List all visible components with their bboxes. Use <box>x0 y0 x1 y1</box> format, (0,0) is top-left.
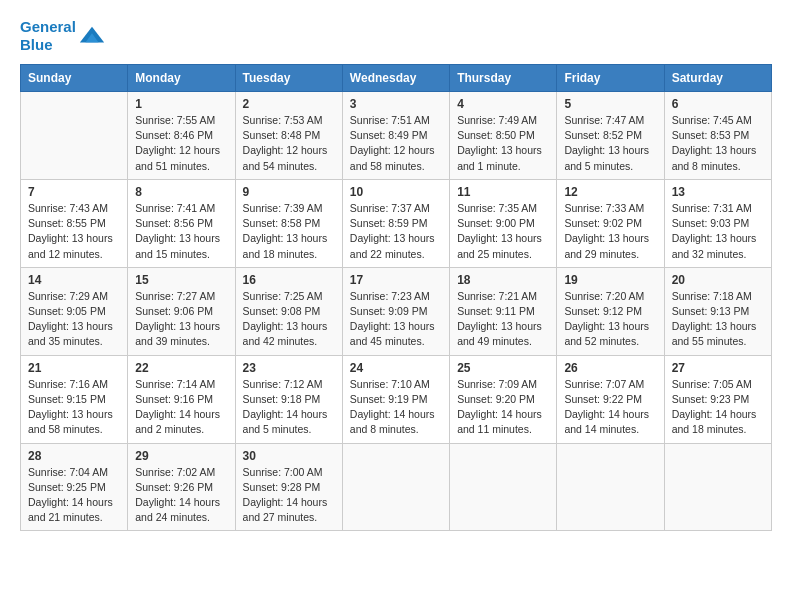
day-cell: 6Sunrise: 7:45 AMSunset: 8:53 PMDaylight… <box>664 92 771 180</box>
day-number: 21 <box>28 361 120 375</box>
day-number: 8 <box>135 185 227 199</box>
week-row-3: 14Sunrise: 7:29 AMSunset: 9:05 PMDayligh… <box>21 267 772 355</box>
day-number: 1 <box>135 97 227 111</box>
logo: General Blue <box>20 18 106 54</box>
day-number: 30 <box>243 449 335 463</box>
day-number: 18 <box>457 273 549 287</box>
day-number: 5 <box>564 97 656 111</box>
day-info: Sunrise: 7:12 AMSunset: 9:18 PMDaylight:… <box>243 377 335 438</box>
day-cell <box>21 92 128 180</box>
day-info: Sunrise: 7:18 AMSunset: 9:13 PMDaylight:… <box>672 289 764 350</box>
day-cell: 20Sunrise: 7:18 AMSunset: 9:13 PMDayligh… <box>664 267 771 355</box>
col-header-sunday: Sunday <box>21 65 128 92</box>
week-row-2: 7Sunrise: 7:43 AMSunset: 8:55 PMDaylight… <box>21 179 772 267</box>
week-row-1: 1Sunrise: 7:55 AMSunset: 8:46 PMDaylight… <box>21 92 772 180</box>
day-cell: 17Sunrise: 7:23 AMSunset: 9:09 PMDayligh… <box>342 267 449 355</box>
day-info: Sunrise: 7:41 AMSunset: 8:56 PMDaylight:… <box>135 201 227 262</box>
day-number: 19 <box>564 273 656 287</box>
day-info: Sunrise: 7:29 AMSunset: 9:05 PMDaylight:… <box>28 289 120 350</box>
day-info: Sunrise: 7:25 AMSunset: 9:08 PMDaylight:… <box>243 289 335 350</box>
day-cell: 7Sunrise: 7:43 AMSunset: 8:55 PMDaylight… <box>21 179 128 267</box>
day-number: 12 <box>564 185 656 199</box>
week-row-4: 21Sunrise: 7:16 AMSunset: 9:15 PMDayligh… <box>21 355 772 443</box>
day-info: Sunrise: 7:07 AMSunset: 9:22 PMDaylight:… <box>564 377 656 438</box>
day-cell: 8Sunrise: 7:41 AMSunset: 8:56 PMDaylight… <box>128 179 235 267</box>
day-number: 15 <box>135 273 227 287</box>
day-number: 3 <box>350 97 442 111</box>
day-number: 17 <box>350 273 442 287</box>
day-number: 29 <box>135 449 227 463</box>
week-row-5: 28Sunrise: 7:04 AMSunset: 9:25 PMDayligh… <box>21 443 772 531</box>
day-number: 4 <box>457 97 549 111</box>
day-number: 23 <box>243 361 335 375</box>
day-info: Sunrise: 7:20 AMSunset: 9:12 PMDaylight:… <box>564 289 656 350</box>
day-number: 16 <box>243 273 335 287</box>
day-cell: 1Sunrise: 7:55 AMSunset: 8:46 PMDaylight… <box>128 92 235 180</box>
day-info: Sunrise: 7:37 AMSunset: 8:59 PMDaylight:… <box>350 201 442 262</box>
day-cell: 24Sunrise: 7:10 AMSunset: 9:19 PMDayligh… <box>342 355 449 443</box>
logo-icon <box>78 22 106 50</box>
day-cell: 25Sunrise: 7:09 AMSunset: 9:20 PMDayligh… <box>450 355 557 443</box>
day-cell: 21Sunrise: 7:16 AMSunset: 9:15 PMDayligh… <box>21 355 128 443</box>
day-info: Sunrise: 7:00 AMSunset: 9:28 PMDaylight:… <box>243 465 335 526</box>
day-number: 27 <box>672 361 764 375</box>
col-header-monday: Monday <box>128 65 235 92</box>
day-info: Sunrise: 7:04 AMSunset: 9:25 PMDaylight:… <box>28 465 120 526</box>
day-cell: 28Sunrise: 7:04 AMSunset: 9:25 PMDayligh… <box>21 443 128 531</box>
day-cell: 14Sunrise: 7:29 AMSunset: 9:05 PMDayligh… <box>21 267 128 355</box>
day-cell: 15Sunrise: 7:27 AMSunset: 9:06 PMDayligh… <box>128 267 235 355</box>
day-info: Sunrise: 7:55 AMSunset: 8:46 PMDaylight:… <box>135 113 227 174</box>
day-info: Sunrise: 7:21 AMSunset: 9:11 PMDaylight:… <box>457 289 549 350</box>
day-number: 9 <box>243 185 335 199</box>
day-number: 26 <box>564 361 656 375</box>
day-info: Sunrise: 7:49 AMSunset: 8:50 PMDaylight:… <box>457 113 549 174</box>
day-info: Sunrise: 7:43 AMSunset: 8:55 PMDaylight:… <box>28 201 120 262</box>
day-cell <box>450 443 557 531</box>
day-info: Sunrise: 7:14 AMSunset: 9:16 PMDaylight:… <box>135 377 227 438</box>
col-header-tuesday: Tuesday <box>235 65 342 92</box>
col-header-thursday: Thursday <box>450 65 557 92</box>
day-cell: 13Sunrise: 7:31 AMSunset: 9:03 PMDayligh… <box>664 179 771 267</box>
day-number: 10 <box>350 185 442 199</box>
calendar-table: SundayMondayTuesdayWednesdayThursdayFrid… <box>20 64 772 531</box>
day-cell: 3Sunrise: 7:51 AMSunset: 8:49 PMDaylight… <box>342 92 449 180</box>
day-cell: 23Sunrise: 7:12 AMSunset: 9:18 PMDayligh… <box>235 355 342 443</box>
col-header-wednesday: Wednesday <box>342 65 449 92</box>
day-info: Sunrise: 7:02 AMSunset: 9:26 PMDaylight:… <box>135 465 227 526</box>
day-number: 28 <box>28 449 120 463</box>
day-cell: 16Sunrise: 7:25 AMSunset: 9:08 PMDayligh… <box>235 267 342 355</box>
day-number: 24 <box>350 361 442 375</box>
day-info: Sunrise: 7:27 AMSunset: 9:06 PMDaylight:… <box>135 289 227 350</box>
day-number: 2 <box>243 97 335 111</box>
day-cell: 22Sunrise: 7:14 AMSunset: 9:16 PMDayligh… <box>128 355 235 443</box>
day-number: 14 <box>28 273 120 287</box>
day-cell: 12Sunrise: 7:33 AMSunset: 9:02 PMDayligh… <box>557 179 664 267</box>
day-cell <box>342 443 449 531</box>
day-cell: 2Sunrise: 7:53 AMSunset: 8:48 PMDaylight… <box>235 92 342 180</box>
day-info: Sunrise: 7:10 AMSunset: 9:19 PMDaylight:… <box>350 377 442 438</box>
day-cell: 9Sunrise: 7:39 AMSunset: 8:58 PMDaylight… <box>235 179 342 267</box>
day-number: 13 <box>672 185 764 199</box>
day-info: Sunrise: 7:16 AMSunset: 9:15 PMDaylight:… <box>28 377 120 438</box>
day-number: 7 <box>28 185 120 199</box>
header: General Blue <box>20 18 772 54</box>
day-info: Sunrise: 7:35 AMSunset: 9:00 PMDaylight:… <box>457 201 549 262</box>
day-cell: 4Sunrise: 7:49 AMSunset: 8:50 PMDaylight… <box>450 92 557 180</box>
day-cell: 27Sunrise: 7:05 AMSunset: 9:23 PMDayligh… <box>664 355 771 443</box>
day-info: Sunrise: 7:31 AMSunset: 9:03 PMDaylight:… <box>672 201 764 262</box>
day-cell: 19Sunrise: 7:20 AMSunset: 9:12 PMDayligh… <box>557 267 664 355</box>
day-info: Sunrise: 7:51 AMSunset: 8:49 PMDaylight:… <box>350 113 442 174</box>
day-cell <box>664 443 771 531</box>
day-cell: 29Sunrise: 7:02 AMSunset: 9:26 PMDayligh… <box>128 443 235 531</box>
day-cell <box>557 443 664 531</box>
day-number: 25 <box>457 361 549 375</box>
day-number: 22 <box>135 361 227 375</box>
day-info: Sunrise: 7:47 AMSunset: 8:52 PMDaylight:… <box>564 113 656 174</box>
day-info: Sunrise: 7:33 AMSunset: 9:02 PMDaylight:… <box>564 201 656 262</box>
header-row: SundayMondayTuesdayWednesdayThursdayFrid… <box>21 65 772 92</box>
page: General Blue SundayMondayTuesdayWednesda… <box>0 0 792 612</box>
day-info: Sunrise: 7:39 AMSunset: 8:58 PMDaylight:… <box>243 201 335 262</box>
day-cell: 30Sunrise: 7:00 AMSunset: 9:28 PMDayligh… <box>235 443 342 531</box>
day-number: 6 <box>672 97 764 111</box>
day-info: Sunrise: 7:23 AMSunset: 9:09 PMDaylight:… <box>350 289 442 350</box>
